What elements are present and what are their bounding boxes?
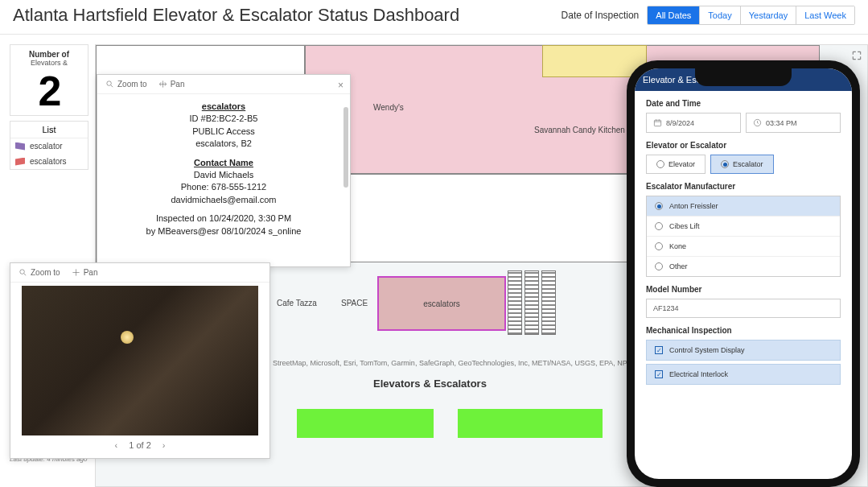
pager-text: 1 of 2 (129, 440, 151, 450)
close-icon[interactable]: × (338, 80, 343, 91)
tab-yesterday[interactable]: Yestarday (740, 6, 796, 24)
counter-card: Number of Elevators & 2 (10, 44, 88, 116)
room-label-cafe: Cafe Tazza (277, 299, 317, 307)
status-bar (297, 409, 434, 438)
counter-value: 2 (14, 67, 84, 115)
feature-popup: × Zoom to Pan escalators ID #B2:BC2-2-B5… (97, 74, 351, 267)
radio-elevator[interactable]: Elevator (646, 155, 706, 174)
pan-icon (158, 80, 167, 89)
tab-today[interactable]: Today (699, 6, 739, 24)
checkbox-icon: ✓ (655, 346, 663, 354)
pan-button[interactable]: Pan (158, 80, 185, 89)
swatch-icon (15, 142, 25, 151)
popup-id: ID #B2:BC2-2-B5 (112, 113, 335, 125)
escalator-feature[interactable]: escalators (377, 276, 506, 331)
room-label-wendys: Wendy's (373, 103, 404, 112)
radio-icon (656, 160, 664, 168)
magnifier-icon (105, 80, 114, 89)
mechanical-option[interactable]: ✓Electrical Interlock (646, 364, 841, 385)
pager: ‹ 1 of 2 › (10, 435, 269, 455)
list-title: List (10, 122, 88, 138)
page-title: Atlanta Hartsfield Elevator & Escalator … (13, 5, 459, 26)
zoom-to-button[interactable]: Zoom to (105, 80, 147, 89)
mechanical-label: Mechanical Inspection (646, 326, 841, 335)
room-label-savannah: Savannah Candy Kitchen (534, 126, 625, 134)
popup-title: escalators (112, 101, 335, 113)
counter-sub: Elevators & (14, 59, 84, 67)
popup-body[interactable]: escalators ID #B2:BC2-2-B5 PUBLIC Access… (97, 94, 350, 255)
clock-icon (753, 118, 762, 127)
type-label: Elevator or Escalator (646, 141, 841, 150)
manufacturer-option[interactable]: Other (647, 256, 840, 276)
checkbox-icon: ✓ (655, 370, 663, 378)
list-item-label: escalator (30, 142, 63, 151)
escalator-rails (508, 270, 556, 335)
model-field[interactable]: AF1234 (646, 299, 841, 318)
calendar-icon (653, 118, 662, 127)
phone-frame: Elevator & Escalator Inspections Date an… (627, 60, 860, 487)
expand-icon[interactable] (851, 50, 862, 61)
contact-phone: Phone: 678-555-1212 (112, 181, 335, 193)
map-attribution: StreetMap, Microsoft, Esri, TomTom, Garm… (273, 359, 669, 367)
popup-toolbar: Zoom to Pan (97, 75, 350, 94)
radio-icon (655, 202, 663, 210)
model-label: Model Number (646, 285, 841, 294)
status-bar (458, 409, 603, 438)
mechanical-list: ✓Control System Display ✓Electrical Inte… (646, 340, 841, 385)
phone-notch (695, 68, 792, 86)
pan-button[interactable]: Pan (72, 268, 98, 277)
list-card: List escalator escalators (10, 121, 88, 170)
manufacturer-label: Escalator Manufacturer (646, 182, 841, 191)
scrollbar[interactable] (343, 107, 348, 188)
inspection-line: by MBeavers@esr 08/10/2024 s_online (112, 225, 335, 237)
popup-access: PUBLIC Access (112, 126, 335, 138)
header: Atlanta Hartsfield Elevator & Escalator … (0, 0, 868, 35)
counter-label: Number of (14, 50, 84, 59)
manufacturer-option[interactable]: Cibes Lift (647, 216, 840, 236)
svg-point-0 (107, 81, 112, 86)
contact-heading: Contact Name (112, 157, 335, 169)
date-field[interactable]: 8/9/2024 (646, 113, 741, 133)
photo-panel: Zoom to Pan ‹ 1 of 2 › (10, 262, 270, 459)
swatch-icon (15, 158, 25, 166)
map-section-title: Elevators & Escalators (373, 378, 487, 390)
svg-point-1 (20, 270, 25, 274)
radio-icon (721, 160, 729, 168)
pan-icon (72, 268, 80, 277)
magnifier-icon (19, 268, 27, 277)
manufacturer-list: Anton Freissler Cibes Lift Kone Other (646, 196, 841, 277)
popup-location: escalators, B2 (112, 138, 335, 150)
tab-all-dates[interactable]: All Dates (648, 6, 699, 24)
prev-button[interactable]: ‹ (115, 440, 118, 450)
manufacturer-option[interactable]: Anton Freissler (647, 196, 840, 216)
radio-icon (655, 262, 663, 270)
next-button[interactable]: › (162, 440, 166, 450)
contact-email: davidmichaels@email.com (112, 194, 335, 206)
radio-escalator[interactable]: Escalator (710, 155, 774, 174)
list-item-label: escalators (30, 157, 67, 166)
left-column: Number of Elevators & 2 List escalator e… (10, 44, 88, 170)
list-item[interactable]: escalators (10, 154, 88, 169)
time-field[interactable]: 03:34 PM (746, 113, 841, 133)
date-tabs: All Dates Today Yestarday Last Week (647, 6, 855, 25)
inspection-line: Inspected on 10/24/2020, 3:30 PM (112, 213, 335, 225)
survey-form: Elevator & Escalator Inspections Date an… (635, 68, 852, 396)
zoom-to-button[interactable]: Zoom to (19, 268, 60, 277)
svg-rect-2 (654, 120, 660, 126)
list-item[interactable]: escalator (10, 138, 88, 154)
attachment-image[interactable] (22, 286, 258, 435)
photo-toolbar: Zoom to Pan (10, 263, 269, 283)
date-filter: Date of Inspection All Dates Today Yesta… (562, 6, 855, 25)
room-label-space: SPACE (341, 299, 368, 307)
manufacturer-option[interactable]: Kone (647, 236, 840, 256)
radio-icon (655, 222, 663, 230)
tab-last-week[interactable]: Last Week (796, 6, 854, 24)
mechanical-option[interactable]: ✓Control System Display (646, 340, 841, 361)
contact-name: David Michaels (112, 169, 335, 181)
date-filter-label: Date of Inspection (562, 10, 640, 21)
date-label: Date and Time (646, 99, 841, 108)
phone-screen: Elevator & Escalator Inspections Date an… (635, 68, 852, 479)
radio-icon (655, 242, 663, 250)
